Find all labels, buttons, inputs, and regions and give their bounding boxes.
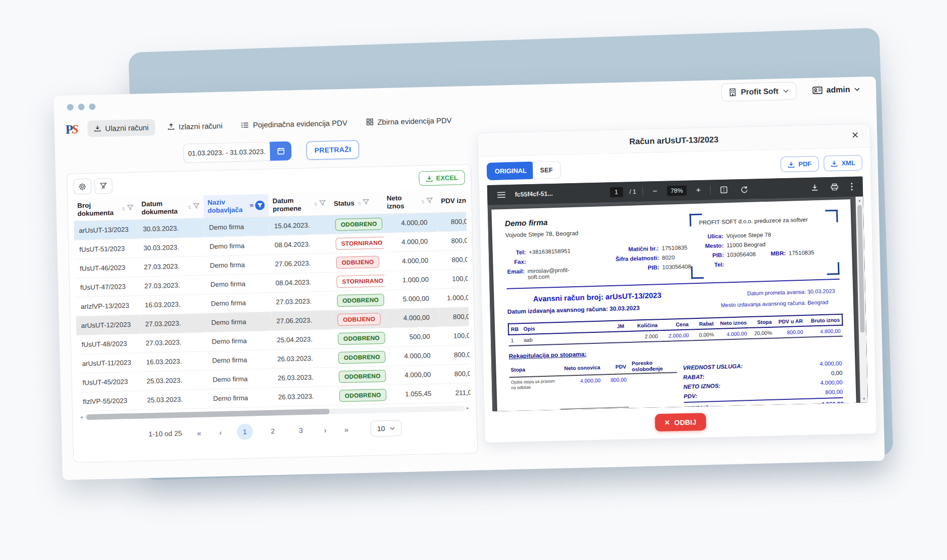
- window-controls: [67, 103, 96, 110]
- download-xml-button[interactable]: XML: [823, 155, 862, 171]
- pdf-document-area[interactable]: Demo firma Vojvode Stepe 78, Beograd Tel…: [488, 196, 868, 411]
- filter-icon[interactable]: [127, 205, 133, 213]
- col-neto-iznos[interactable]: Neto iznos↑↓: [383, 190, 437, 214]
- pdf-viewer: fc55f4cf-51... 1 / 1 − 78% +: [487, 176, 868, 411]
- tab-izlazni-racuni[interactable]: Izlazni računi: [161, 117, 229, 135]
- col-broj-dokumenta[interactable]: Broj dokumenta↑↓: [73, 197, 138, 222]
- search-button[interactable]: PRETRAŽI: [306, 140, 359, 160]
- scroll-up-icon[interactable]: ▲: [857, 197, 861, 204]
- cell-datum-promene: 27.06.2023.: [271, 310, 333, 331]
- workspace-name: Profit Soft: [741, 87, 778, 97]
- tab-pojedinacna-evidencija-pdv[interactable]: Pojedinačna evidencija PDV: [235, 114, 354, 134]
- sort-asc-icon[interactable]: ↑≡: [249, 202, 252, 209]
- cell-datum-dokumenta: 27.03.2023.: [139, 256, 205, 277]
- cell-broj-dokumenta: fUsUT-47/2023: [75, 277, 140, 297]
- cell-naziv-dobavljaca: Demo firma: [206, 331, 272, 351]
- sort-icon[interactable]: ↑↓: [421, 198, 423, 205]
- window-control-dot[interactable]: [67, 104, 74, 110]
- cell-broj-dokumenta: fIzlVP-55/2023: [78, 391, 142, 411]
- download-icon[interactable]: [808, 183, 821, 192]
- date-range-input[interactable]: 01.03.2023. - 31.03.2023.: [183, 142, 270, 163]
- col-datum-promene[interactable]: Datum promene↑↓: [268, 193, 330, 217]
- cell-naziv-dobavljaca: Demo firma: [207, 369, 273, 389]
- scrollbar-thumb[interactable]: [857, 205, 865, 332]
- col-naziv-dobavljaca[interactable]: Naziv dobavljača↑≡: [203, 194, 269, 218]
- rotate-icon[interactable]: [737, 185, 751, 194]
- gear-icon: [78, 182, 86, 190]
- cell-pdv-iznos: 100,00: [440, 325, 471, 346]
- cell-datum-promene: 27.06.2023.: [270, 253, 332, 274]
- col-datum-dokumenta[interactable]: Datum dokumenta↑↓: [137, 195, 204, 220]
- sort-icon[interactable]: ↑↓: [187, 204, 190, 210]
- tab-ulazni-racuni[interactable]: Ulazni računi: [88, 119, 155, 137]
- cell-neto-iznos: 4.000,00: [386, 346, 441, 366]
- status-badge: ODOBRENO: [338, 332, 385, 345]
- page-button-1[interactable]: 1: [236, 423, 253, 440]
- scroll-down-icon[interactable]: ▼: [862, 395, 866, 402]
- scroll-left-icon[interactable]: ◄: [79, 415, 84, 419]
- page-button-2[interactable]: 2: [264, 423, 281, 439]
- page-button-3[interactable]: 3: [292, 422, 309, 439]
- col-pdv-iznos[interactable]: PDV iznos↑↓: [437, 189, 471, 213]
- filter-icon[interactable]: [363, 199, 369, 207]
- cell-neto-iznos: 4.000,00: [387, 365, 441, 385]
- cell-datum-promene: 25.04.2023.: [271, 329, 333, 350]
- zoom-in-icon[interactable]: +: [693, 185, 704, 195]
- cell-neto-iznos: 4.000,00: [384, 251, 439, 271]
- seller-name: Demo firma: [505, 214, 690, 228]
- source-tabs: ORIGINAL SEF: [487, 161, 561, 180]
- list-icon: [241, 122, 249, 128]
- window-control-dot[interactable]: [89, 103, 96, 110]
- pdf-scrollbar[interactable]: ▲ ▼: [855, 196, 868, 402]
- tab-zbirna-evidencija-pdv[interactable]: Zbirna evidencija PDV: [360, 112, 458, 131]
- page-number-input[interactable]: 1: [609, 187, 622, 198]
- menu-icon[interactable]: [494, 191, 508, 199]
- close-icon[interactable]: ×: [848, 128, 862, 142]
- active-filter-icon[interactable]: [255, 201, 264, 210]
- next-page-button[interactable]: ›: [321, 425, 330, 434]
- clear-filters-button[interactable]: [94, 178, 113, 194]
- chevron-down-icon: [390, 426, 395, 430]
- reject-button[interactable]: × ODBIJ: [655, 413, 706, 431]
- fit-page-icon[interactable]: [717, 185, 731, 194]
- print-icon[interactable]: [828, 183, 841, 191]
- col-status[interactable]: Status↑↓: [330, 191, 383, 215]
- invoice-document-page: Demo firma Vojvode Stepe 78, Beograd Tel…: [491, 199, 858, 411]
- cell-naziv-dobavljaca: Demo firma: [206, 312, 272, 332]
- user-menu[interactable]: admin: [809, 84, 863, 96]
- cell-status: ODBIJENO: [332, 309, 386, 329]
- cell-datum-promene: 08.04.2023.: [270, 272, 332, 293]
- page-size-select[interactable]: 10: [371, 420, 402, 436]
- filter-icon[interactable]: [193, 203, 199, 211]
- download-icon: [830, 160, 837, 167]
- tab-sef[interactable]: SEF: [532, 161, 561, 179]
- window-control-dot[interactable]: [78, 104, 85, 110]
- filter-icon[interactable]: [426, 197, 433, 205]
- zoom-level[interactable]: 78%: [667, 186, 687, 196]
- first-page-button[interactable]: «: [194, 428, 204, 437]
- workspace-selector[interactable]: Profit Soft: [721, 82, 797, 102]
- filter-icon[interactable]: [319, 200, 326, 208]
- sort-icon[interactable]: ↑↓: [358, 200, 360, 206]
- cell-pdv-iznos: 800,00: [441, 363, 471, 384]
- zoom-out-icon[interactable]: −: [650, 186, 661, 196]
- more-options-icon[interactable]: [848, 182, 856, 191]
- last-page-button[interactable]: »: [342, 424, 352, 434]
- cell-neto-iznos: 500,00: [386, 327, 440, 347]
- calendar-button[interactable]: [269, 141, 291, 161]
- user-name: admin: [826, 85, 850, 95]
- cell-naziv-dobavljaca: Demo firma: [207, 350, 272, 370]
- sort-icon[interactable]: ↑↓: [313, 201, 316, 207]
- tab-original[interactable]: ORIGINAL: [487, 162, 535, 180]
- settings-button[interactable]: [73, 179, 92, 195]
- prev-page-button[interactable]: ‹: [216, 427, 225, 437]
- cell-datum-dokumenta: 16.03.2023.: [140, 294, 206, 315]
- sort-icon[interactable]: ↑↓: [121, 205, 124, 212]
- cell-broj-dokumenta: fUsUT-45/2023: [77, 372, 142, 392]
- excel-export-button[interactable]: EXCEL: [419, 170, 465, 186]
- download-icon: [787, 161, 794, 168]
- chevron-down-icon: [854, 88, 860, 92]
- cell-datum-promene: 26.03.2023.: [272, 367, 334, 388]
- download-pdf-button[interactable]: PDF: [780, 156, 819, 173]
- scroll-right-icon[interactable]: ►: [465, 406, 470, 410]
